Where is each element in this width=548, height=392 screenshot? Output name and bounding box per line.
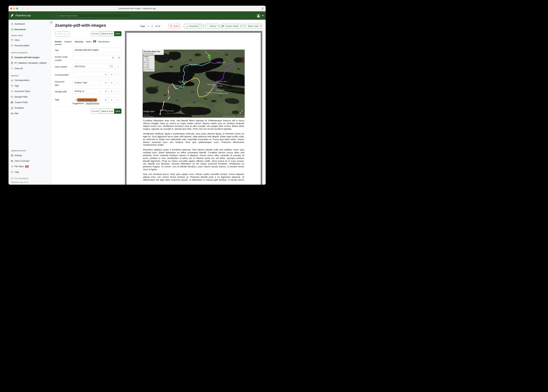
svg-text:Day 3: Day 3 — [146, 62, 149, 63]
svg-text:Six days in BWCA: Six days in BWCA — [144, 53, 154, 54]
svg-text:N: N — [239, 112, 241, 114]
svg-text:Charlies Island: Charlies Island — [166, 110, 174, 112]
svg-text:Indian Grave Island: Indian Grave Island — [216, 81, 227, 82]
svg-text:Canoe Island: Canoe Island — [205, 92, 213, 93]
svg-text:Lincoln Island: Lincoln Island — [216, 90, 224, 91]
svg-text:3 mi: 3 mi — [233, 115, 235, 117]
svg-text:Norway Island: Norway Island — [213, 92, 221, 94]
svg-text:Day 5: Day 5 — [146, 65, 149, 67]
svg-text:Squirrel Island: Squirrel Island — [220, 93, 228, 94]
svg-text:Day 4: Day 4 — [146, 63, 149, 65]
svg-text:Day 6: Day 6 — [146, 67, 149, 68]
svg-text:Google Earth: Google Earth — [143, 110, 154, 112]
svg-text:© 2017 Google: © 2017 Google — [143, 115, 149, 115]
svg-text:Image © 2017 DigitalGlobe: Image © 2017 DigitalGlobe — [143, 116, 154, 117]
svg-text:Day 2: Day 2 — [146, 60, 149, 61]
svg-text:Hausons Island: Hausons Island — [217, 61, 225, 63]
svg-text:Mile Island: Mile Island — [160, 109, 166, 111]
svg-text:Gary Island: Gary Island — [180, 82, 186, 83]
svg-text:Boundary Waters Trip: Boundary Waters Trip — [144, 51, 160, 52]
svg-text:Washington Island: Washington Island — [212, 85, 223, 87]
svg-text:Day 1: Day 1 — [146, 58, 149, 60]
svg-text:Text: Text — [191, 91, 195, 93]
svg-text:Entry Point 24: Entry Point 24 — [146, 69, 153, 70]
svg-text:Half Dog Island: Half Dog Island — [207, 84, 216, 85]
svg-text:Legend: Legend — [144, 56, 149, 57]
